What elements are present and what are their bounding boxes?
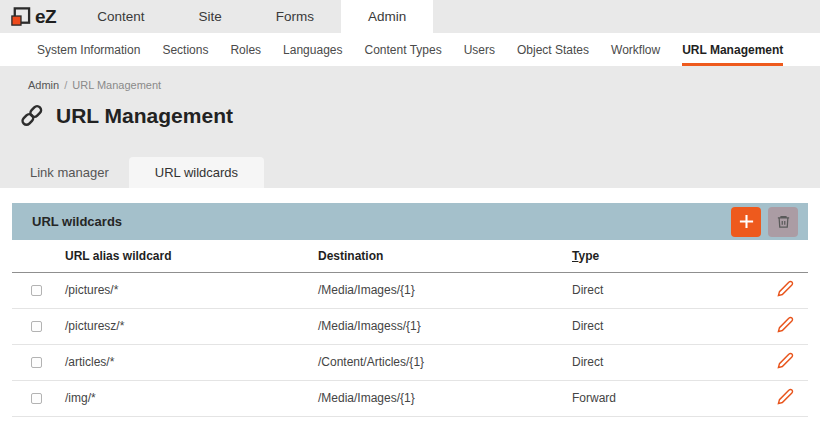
cell-type: Direct bbox=[561, 272, 756, 308]
admin-nav-roles[interactable]: Roles bbox=[230, 33, 261, 66]
row-checkbox[interactable] bbox=[31, 321, 42, 332]
edit-wildcard-button[interactable] bbox=[777, 280, 794, 297]
edit-wildcard-button[interactable] bbox=[777, 316, 794, 333]
tab-link-manager[interactable]: Link manager bbox=[10, 157, 129, 188]
url-wildcards-table: URL alias wildcard Destination Type /pic… bbox=[12, 240, 808, 417]
tab-url-wildcards[interactable]: URL wildcards bbox=[129, 157, 264, 188]
cell-wildcard: /articles/* bbox=[54, 344, 307, 380]
pencil-icon bbox=[777, 357, 794, 372]
pencil-icon bbox=[777, 285, 794, 300]
row-checkbox[interactable] bbox=[31, 357, 42, 368]
breadcrumb-separator: / bbox=[64, 79, 67, 91]
link-icon bbox=[20, 102, 47, 129]
table-row: /picturesz/* /Media/Imagess/{1} Direct bbox=[12, 308, 808, 344]
edit-wildcard-button[interactable] bbox=[777, 388, 794, 405]
admin-nav-languages[interactable]: Languages bbox=[283, 33, 342, 66]
cell-wildcard: /img/* bbox=[54, 380, 307, 416]
row-checkbox[interactable] bbox=[31, 393, 42, 404]
cell-wildcard: /pictures/* bbox=[54, 272, 307, 308]
admin-navigation: System Information Sections Roles Langua… bbox=[0, 33, 820, 66]
main-nav-admin[interactable]: Admin bbox=[341, 0, 433, 33]
cell-type: Direct bbox=[561, 308, 756, 344]
cell-wildcard: /picturesz/* bbox=[54, 308, 307, 344]
delete-wildcards-button[interactable] bbox=[768, 207, 798, 237]
plus-icon bbox=[738, 213, 755, 230]
cell-type: Direct bbox=[561, 344, 756, 380]
admin-nav-object-states[interactable]: Object States bbox=[517, 33, 589, 66]
admin-nav-workflow[interactable]: Workflow bbox=[611, 33, 660, 66]
admin-nav-url-management[interactable]: URL Management bbox=[682, 33, 783, 66]
main-nav-site[interactable]: Site bbox=[171, 0, 248, 33]
main-navigation: eZ Content Site Forms Admin bbox=[0, 0, 820, 33]
tab-bar: Link manager URL wildcards bbox=[10, 157, 264, 188]
edit-wildcard-button[interactable] bbox=[777, 352, 794, 369]
cell-destination: /Content/Articles/{1} bbox=[307, 344, 561, 380]
cell-destination: /Media/Images/{1} bbox=[307, 380, 561, 416]
pencil-icon bbox=[777, 321, 794, 336]
cell-destination: /Media/Imagess/{1} bbox=[307, 308, 561, 344]
pencil-icon bbox=[777, 393, 794, 408]
admin-nav-users[interactable]: Users bbox=[464, 33, 495, 66]
breadcrumb: Admin/URL Management bbox=[0, 66, 820, 91]
page-title: URL Management bbox=[56, 104, 233, 128]
cell-type: Forward bbox=[561, 380, 756, 416]
table-row: /img/* /Media/Images/{1} Forward bbox=[12, 380, 808, 416]
url-wildcards-panel-header: URL wildcards bbox=[12, 203, 808, 240]
table-row: /articles/* /Content/Articles/{1} Direct bbox=[12, 344, 808, 380]
admin-nav-content-types[interactable]: Content Types bbox=[364, 33, 441, 66]
column-header-actions bbox=[756, 240, 808, 272]
column-header-destination: Destination bbox=[307, 240, 561, 272]
add-wildcard-button[interactable] bbox=[731, 207, 761, 237]
table-row: /pictures/* /Media/Images/{1} Direct bbox=[12, 272, 808, 308]
admin-nav-system-information[interactable]: System Information bbox=[37, 33, 140, 66]
main-nav-content[interactable]: Content bbox=[70, 0, 171, 33]
breadcrumb-current: URL Management bbox=[72, 79, 161, 91]
column-header-checkbox bbox=[12, 240, 54, 272]
page-header: Admin/URL Management URL Management Link… bbox=[0, 66, 820, 188]
breadcrumb-admin[interactable]: Admin bbox=[28, 79, 59, 91]
content-area: URL wildcards bbox=[0, 188, 820, 417]
ez-logo-mark-icon bbox=[10, 6, 31, 27]
column-header-type: Type bbox=[561, 240, 756, 272]
cell-destination: /Media/Images/{1} bbox=[307, 272, 561, 308]
trash-icon bbox=[776, 214, 791, 229]
table-header-row: URL alias wildcard Destination Type bbox=[12, 240, 808, 272]
panel-title: URL wildcards bbox=[32, 214, 122, 229]
ez-logo-text: eZ bbox=[35, 6, 56, 28]
row-checkbox[interactable] bbox=[31, 285, 42, 296]
admin-nav-sections[interactable]: Sections bbox=[162, 33, 208, 66]
main-nav-forms[interactable]: Forms bbox=[249, 0, 341, 33]
column-header-url-alias-wildcard: URL alias wildcard bbox=[54, 240, 307, 272]
ez-logo[interactable]: eZ bbox=[0, 0, 70, 33]
